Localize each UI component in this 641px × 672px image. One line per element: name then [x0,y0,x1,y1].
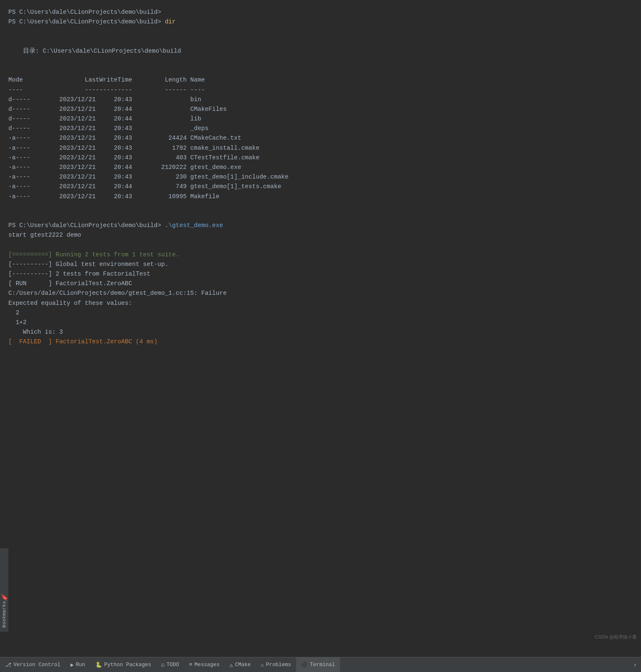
toolbar-right: › [633,662,641,668]
empty-6 [8,211,633,221]
terminal-gtest-global: [----------] Global test environment set… [8,260,633,269]
terminal-row-gtest-include: -a---- 2023/12/21 20:43 230 gtest_demo[1… [8,172,633,182]
cmake-icon: △ [230,662,233,668]
terminal-col-divider: ---- ------------- ------ ---- [8,85,633,95]
terminal-gtest-failed: [ FAILED ] FactorialTest.ZeroABC (4 ms) [8,337,633,347]
terminal-dir-header: 目录: C:\Users\dale\CLionProjects\demo\bui… [8,46,633,56]
toolbar-item-problems[interactable]: ⚠ Problems [255,657,296,672]
version-control-icon: ⎇ [5,662,11,668]
terminal-gtest-val2: 1+2 [8,318,633,327]
terminal-gtest-val1: 2 [8,308,633,318]
todo-label: TODO [166,662,179,668]
python-packages-label: Python Packages [104,662,151,668]
version-control-label: Version Control [13,662,61,668]
todo-icon: ☑ [161,662,164,668]
empty-4 [8,66,633,75]
terminal-line-1: PS C:\Users\dale\CLionProjects\demo\buil… [8,8,633,17]
terminal-row-cmake-install: -a---- 2023/12/21 20:43 1792 cmake_insta… [8,143,633,153]
terminal-row-cmakefiles: d----- 2023/12/21 20:44 CMakeFiles [8,105,633,114]
terminal-row-ctestfile: -a---- 2023/12/21 20:43 403 CTestTestfil… [8,153,633,163]
python-icon: 🐍 [95,662,102,668]
chevron-right-icon: › [633,662,637,668]
watermark: CSDN @程序猿小量 [595,634,637,640]
terminal-content: PS C:\Users\dale\CLionProjects\demo\buil… [0,0,641,657]
empty-3 [8,56,633,66]
terminal-row-gtest-exe: -a---- 2023/12/21 20:44 2120222 gtest_de… [8,163,633,172]
messages-label: Messages [194,662,220,668]
run-label: Run [76,662,85,668]
run-icon: ▶ [71,662,74,668]
toolbar-item-terminal[interactable]: ⬛ Terminal [296,657,340,672]
terminal-run-cmd: PS C:\Users\dale\CLionProjects\demo\buil… [8,221,633,230]
terminal-gtest-expected: Expected equality of these values: [8,299,633,308]
terminal-row-makefile: -a---- 2023/12/21 20:43 10995 Makefile [8,192,633,202]
terminal-line-2: PS C:\Users\dale\CLionProjects\demo\buil… [8,17,633,27]
empty-2 [8,37,633,46]
terminal-row-lib: d----- 2023/12/21 20:44 lib [8,114,633,124]
terminal-label: Terminal [310,662,335,668]
problems-label: Problems [266,662,291,668]
toolbar-item-run[interactable]: ▶ Run [66,657,90,672]
terminal-row-bin: d----- 2023/12/21 20:43 bin [8,95,633,105]
toolbar-item-cmake[interactable]: △ CMake [225,657,255,672]
bookmark-icon: 🔖 [1,594,8,601]
empty-7 [8,240,633,250]
terminal-gtest-start: start gtest2222 demo [8,230,633,240]
terminal-row-gtest-tests: -a---- 2023/12/21 20:44 749 gtest_demo[1… [8,182,633,192]
terminal-row-cmakecache: -a---- 2023/12/21 20:43 24424 CMakeCache… [8,133,633,143]
bottom-toolbar: ⎇ Version Control ▶ Run 🐍 Python Package… [0,657,641,672]
terminal-icon: ⬛ [301,662,308,668]
empty-5 [8,202,633,211]
terminal-col-header: Mode LastWriteTime Length Name [8,75,633,85]
toolbar-item-python-packages[interactable]: 🐍 Python Packages [90,657,156,672]
cmake-label: CMake [235,662,251,668]
terminal-gtest-run: [==========] Running 2 tests from 1 test… [8,250,633,260]
toolbar-item-messages[interactable]: ≡ Messages [184,657,225,672]
bookmarks-label: Bookmarks [2,601,7,628]
terminal-gtest-run-test: [ RUN ] FactorialTest.ZeroABC [8,279,633,289]
terminal-gtest-from: [----------] 2 tests from FactorialTest [8,269,633,279]
empty-1 [8,27,633,36]
toolbar-item-todo[interactable]: ☑ TODO [156,657,184,672]
terminal-output: PS C:\Users\dale\CLionProjects\demo\buil… [0,4,641,350]
terminal-row-deps: d----- 2023/12/21 20:43 _deps [8,124,633,133]
terminal-gtest-whichis: Which is: 3 [8,327,633,337]
terminal-gtest-failure-loc: C:/Users/dale/CLionProjects/demo/gtest_d… [8,289,633,298]
bookmarks-sidebar[interactable]: 🔖 Bookmarks [0,548,8,632]
messages-icon: ≡ [189,662,192,668]
problems-icon: ⚠ [260,662,264,668]
toolbar-item-version-control[interactable]: ⎇ Version Control [0,657,66,672]
